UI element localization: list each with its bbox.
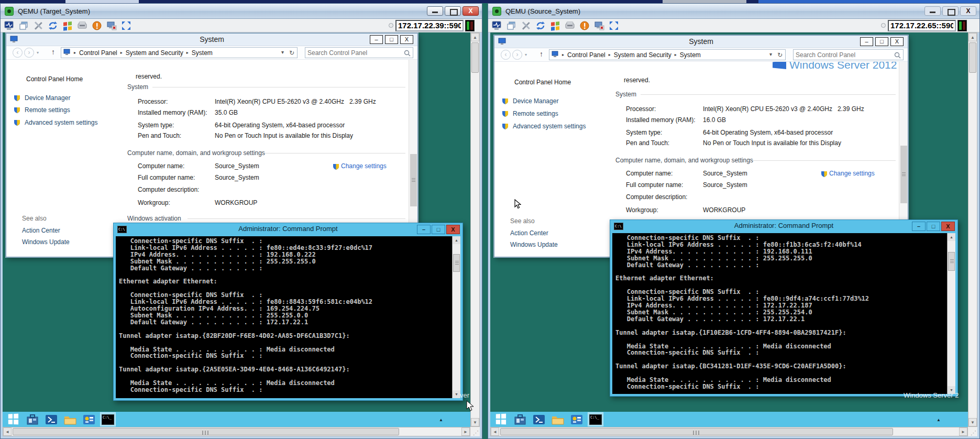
breadcrumb-system[interactable]: System: [192, 49, 213, 57]
maximize-button[interactable]: □: [432, 225, 445, 234]
fullscreen-icon[interactable]: [120, 20, 133, 31]
machine-monitor-icon[interactable]: [490, 20, 503, 31]
tools-icon[interactable]: [32, 20, 45, 31]
breadcrumb-system-security[interactable]: System and Security: [614, 51, 671, 59]
tray-overflow-icon[interactable]: ▲: [439, 418, 443, 422]
scrollbar-thumb[interactable]: [13, 428, 399, 435]
taskbar-admin-tools[interactable]: [569, 412, 585, 426]
search-box[interactable]: [305, 47, 413, 58]
cmd-titlebar[interactable]: C:\ Administrator: Command Prompt – □ X: [610, 220, 957, 233]
refresh-icon[interactable]: [47, 20, 59, 31]
scroll-up-icon[interactable]: ▲: [968, 33, 977, 41]
console-scrollbar[interactable]: ▲ ▼: [452, 236, 460, 398]
sidebar-device-manager[interactable]: Device Manager: [25, 94, 70, 102]
disconnect-icon[interactable]: [593, 20, 605, 31]
minimize-button[interactable]: [427, 6, 443, 16]
minimize-button[interactable]: –: [417, 225, 431, 234]
close-button[interactable]: X: [400, 35, 413, 44]
sidebar-device-manager[interactable]: Device Manager: [513, 97, 558, 105]
vnc-address-input[interactable]: [395, 20, 464, 31]
taskbar-command-prompt[interactable]: C:\_: [100, 412, 116, 426]
scroll-down-icon[interactable]: ▼: [453, 390, 460, 398]
address-chevron-icon[interactable]: ▾: [281, 49, 284, 57]
cascade-windows-icon[interactable]: [505, 20, 517, 31]
scroll-up-icon[interactable]: ▲: [471, 33, 479, 41]
sidebar-control-panel-home[interactable]: Control Panel Home: [26, 75, 83, 83]
tray-overflow-icon[interactable]: ▲: [937, 418, 941, 422]
cmd-titlebar[interactable]: C:\ Administrator: Command Prompt – □ X: [114, 223, 463, 236]
console-output[interactable]: Connection-specific DNS Suffix . : Link-…: [116, 236, 460, 398]
sidebar-control-panel-home[interactable]: Control Panel Home: [514, 79, 571, 86]
qemu-titlebar[interactable]: QEMU (Target_System): [1, 4, 482, 19]
warning-icon[interactable]: [578, 20, 591, 31]
tools-icon[interactable]: [520, 20, 532, 31]
windows-logo-icon[interactable]: [61, 20, 74, 31]
close-button[interactable]: [960, 6, 976, 16]
vm-display-source[interactable]: System – □ X ‹ › ▾ ↑ ▸ Control Panel: [490, 32, 968, 427]
drive-icon[interactable]: [564, 20, 576, 31]
taskbar-powershell[interactable]: [43, 412, 59, 426]
search-input[interactable]: [307, 48, 402, 57]
taskbar-file-explorer[interactable]: [62, 412, 78, 426]
sidebar-advanced-system-settings[interactable]: Advanced system settings: [513, 123, 586, 130]
machine-monitor-icon[interactable]: [3, 20, 15, 31]
sidebar-action-center[interactable]: Action Center: [22, 227, 60, 234]
maximize-button[interactable]: [942, 6, 959, 16]
qemu-horizontal-scrollbar[interactable]: ◄ ►: [3, 427, 470, 436]
sidebar-advanced-system-settings[interactable]: Advanced system settings: [25, 119, 97, 126]
qemu-vertical-scrollbar[interactable]: ▲ ▼: [470, 32, 480, 427]
disconnect-icon[interactable]: [105, 20, 118, 31]
start-button[interactable]: [493, 412, 509, 426]
scroll-left-icon[interactable]: ◄: [491, 427, 499, 436]
taskbar-powershell[interactable]: [531, 412, 547, 426]
scrollbar-thumb[interactable]: [969, 42, 976, 73]
qemu-titlebar[interactable]: QEMU (Source_System): [488, 4, 979, 19]
sidebar-action-center[interactable]: Action Center: [510, 229, 548, 237]
scroll-right-icon[interactable]: ►: [959, 427, 967, 436]
refresh-icon[interactable]: [534, 20, 547, 31]
maximize-button[interactable]: □: [927, 222, 940, 231]
sidebar-remote-settings[interactable]: Remote settings: [513, 110, 558, 117]
breadcrumb-system-security[interactable]: System and Security: [126, 49, 183, 57]
qemu-horizontal-scrollbar[interactable]: ◄ ►: [490, 427, 968, 436]
windows-logo-icon[interactable]: [549, 20, 561, 31]
system-titlebar[interactable]: System – □ X: [6, 34, 417, 46]
scroll-down-icon[interactable]: ▼: [471, 418, 479, 426]
minimize-button[interactable]: [924, 6, 941, 16]
close-button[interactable]: X: [446, 225, 460, 234]
minimize-button[interactable]: –: [370, 35, 383, 44]
maximize-button[interactable]: [445, 6, 461, 16]
console-output[interactable]: Connection-specific DNS Suffix . : Link-…: [612, 233, 955, 394]
refresh-icon[interactable]: ↻: [289, 49, 294, 57]
system-titlebar[interactable]: System – □ X: [494, 36, 908, 48]
up-icon[interactable]: ↑: [539, 50, 543, 58]
resize-grip[interactable]: [968, 427, 977, 436]
history-chevron-icon[interactable]: ▾: [37, 50, 39, 55]
forward-icon[interactable]: ›: [24, 48, 34, 58]
maximize-button[interactable]: □: [875, 37, 888, 46]
taskbar-server-manager[interactable]: [25, 412, 40, 426]
change-settings-link[interactable]: Change settings: [829, 170, 875, 177]
warning-icon[interactable]: [91, 20, 103, 31]
sidebar-windows-update[interactable]: Windows Update: [22, 238, 70, 246]
scrollbar-thumb[interactable]: [500, 428, 893, 435]
breadcrumb[interactable]: ▸ Control Panel ▸ System and Security ▸ …: [549, 49, 786, 60]
scrollbar-thumb[interactable]: [900, 146, 907, 203]
sidebar-remote-settings[interactable]: Remote settings: [25, 106, 70, 114]
fullscreen-icon[interactable]: [608, 20, 620, 31]
vm-display-target[interactable]: System – □ X ‹ › ▾ ↑ ▸ Control Panel: [3, 32, 470, 427]
refresh-icon[interactable]: ↻: [777, 51, 783, 59]
minimize-button[interactable]: –: [912, 222, 926, 231]
change-settings-link[interactable]: Change settings: [341, 162, 387, 170]
scrollbar-thumb[interactable]: [410, 154, 417, 206]
back-icon[interactable]: ‹: [501, 50, 511, 60]
history-chevron-icon[interactable]: ▾: [525, 52, 527, 57]
scrollbar-thumb[interactable]: [471, 42, 479, 73]
scroll-left-icon[interactable]: ◄: [3, 427, 12, 436]
minimize-button[interactable]: –: [860, 37, 873, 46]
scrollbar-thumb[interactable]: [453, 254, 460, 272]
taskbar-file-explorer[interactable]: [550, 412, 566, 426]
start-button[interactable]: [6, 412, 21, 426]
console-scrollbar[interactable]: ▲ ▼: [947, 233, 955, 394]
taskbar-server-manager[interactable]: [512, 412, 528, 426]
